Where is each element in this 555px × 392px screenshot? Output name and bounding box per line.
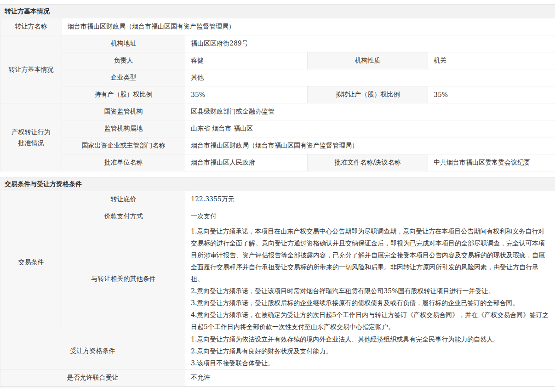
approval-group-label: 产权转让行为 批准情况 <box>0 103 62 171</box>
principal-value: 蒋健 <box>185 52 308 69</box>
table-row: 价款支付方式 一次支付 <box>0 208 555 225</box>
qualification-label: 受让方资格条件 <box>0 333 185 369</box>
transferor-name-value: 烟台市福山区财政局（烟台市福山区国有资产监督管理局） <box>62 18 555 35</box>
table-row: 转让方基本情况 机构地址 福山区区府街289号 <box>0 35 555 52</box>
approval-unit-value: 烟台市福山区人民政府 <box>185 154 308 171</box>
condition-paragraph: 4.意向受让方须承诺，在被确定为受让方的次日起5个工作日内与转让方签订《产权交易… <box>191 309 549 333</box>
property-transfer-document: 转让方基本情况 转让方名称 烟台市福山区财政局（烟台市福山区国有资产监督管理局）… <box>0 0 555 392</box>
next-row-value-cell <box>80 387 555 388</box>
state-enterprise-label: 国家出资企业或主管部门名称 <box>62 137 185 154</box>
section-title: 转让方基本情况 <box>5 7 50 15</box>
table-row: 国家出资企业或主管部门名称 烟台市福山区财政局（烟台市福山区国有资产监督管理局） <box>0 137 555 154</box>
joint-transfer-value: 不允许 <box>185 369 555 386</box>
floor-price-value: 122.3355万元 <box>185 191 555 208</box>
regulator-value: 区县级财政部门或金融办监管 <box>185 103 555 120</box>
table-row: 负责人 蒋健 机构性质 机关 <box>0 52 555 69</box>
org-nature-value: 机关 <box>428 52 555 69</box>
enterprise-type-label: 企业类型 <box>62 69 185 86</box>
address-value: 福山区区府街289号 <box>185 35 555 52</box>
table-row: 企业类型 其他 <box>0 69 555 86</box>
condition-paragraph: 3.意向受让方须承诺，受让股权后标的企业继续承接原有的债权债务及或有负债，履行标… <box>191 297 549 309</box>
regulator-location-value: 山东省 烟台市 福山区 <box>185 120 555 137</box>
regulator-location-label: 监管机构属地 <box>62 120 185 137</box>
table-row: 转让方名称 烟台市福山区财政局（烟台市福山区国有资产监督管理局） <box>0 18 555 35</box>
table-row: 受让方资格条件 1.意向受让方须为依法设立并有效存续的境内外企业法人、其他经济组… <box>0 333 555 369</box>
qualification-paragraph: 3.该项目不接受联合体受让。 <box>191 357 549 369</box>
approval-doc-label: 批准文件名称/决议名称 <box>308 154 428 171</box>
transferor-table: 转让方名称 烟台市福山区财政局（烟台市福山区国有资产监督管理局） 转让方基本情况… <box>0 18 555 171</box>
section-header-transferor: 转让方基本情况 <box>0 4 555 18</box>
next-row-label-cell <box>0 387 80 388</box>
table-row: 是否允许联合受让 不允许 <box>0 369 555 386</box>
table-row: 持有产（股）权比例 35% 拟转让产（股）权比例 35% <box>0 86 555 103</box>
address-label: 机构地址 <box>62 35 185 52</box>
held-ratio-value: 35% <box>185 86 308 103</box>
conditions-table: 交易条件 转让底价 122.3355万元 价款支付方式 一次支付 与转让相关的其… <box>0 191 555 386</box>
other-conditions-label: 与转让相关的其他条件 <box>62 225 185 333</box>
qualification-paragraph: 2.意向受让方须具有良好的财务状况及支付能力。 <box>191 345 549 357</box>
qualification-value: 1.意向受让方须为依法设立并有效存续的境内外企业法人、其他经济组织或具有完全民事… <box>185 333 555 369</box>
transfer-ratio-value: 35% <box>428 86 555 103</box>
qualification-paragraph: 1.意向受让方须为依法设立并有效存续的境内外企业法人、其他经济组织或具有完全民事… <box>191 333 549 345</box>
payment-method-value: 一次支付 <box>185 208 555 225</box>
approval-doc-value: 中共烟台市福山区委常委会议纪要 <box>428 154 555 171</box>
org-nature-label: 机构性质 <box>308 52 428 69</box>
table-row: 与转让相关的其他条件 1.意向受让方须承诺，本项目在山东产权交易中心公告期即为尽… <box>0 225 555 333</box>
state-enterprise-value: 烟台市福山区财政局（烟台市福山区国有资产监督管理局） <box>185 137 555 154</box>
table-row: 批准单位名称 烟台市福山区人民政府 批准文件名称/决议名称 中共烟台市福山区委常… <box>0 154 555 171</box>
joint-transfer-label: 是否允许联合受让 <box>0 369 185 386</box>
section-header-conditions: 交易条件与受让方资格条件 <box>0 177 555 191</box>
next-row-sliver <box>0 386 555 388</box>
transfer-ratio-label: 拟转让产（股）权比例 <box>308 86 428 103</box>
floor-price-label: 转让底价 <box>62 191 185 208</box>
condition-paragraph: 2.意向受让方须承诺，受让该项目时需对烟台祥瑞汽车租赁有限公司35%国有股权转让… <box>191 285 549 297</box>
conditions-group-label: 交易条件 <box>0 191 62 333</box>
payment-method-label: 价款支付方式 <box>62 208 185 225</box>
regulator-label: 国资监管机构 <box>62 103 185 120</box>
basic-info-group-label: 转让方基本情况 <box>0 35 62 103</box>
enterprise-type-value: 其他 <box>185 69 555 86</box>
transferor-name-label: 转让方名称 <box>0 18 62 35</box>
held-ratio-label: 持有产（股）权比例 <box>62 86 185 103</box>
table-row: 产权转让行为 批准情况 国资监管机构 区县级财政部门或金融办监管 <box>0 103 555 120</box>
table-row: 监管机构属地 山东省 烟台市 福山区 <box>0 120 555 137</box>
other-conditions-value: 1.意向受让方须承诺，本项目在山东产权交易中心公告期即为尽职调查期，意向受让方在… <box>185 225 555 333</box>
section-gap <box>0 171 555 177</box>
approval-unit-label: 批准单位名称 <box>62 154 185 171</box>
section-title: 交易条件与受让方资格条件 <box>5 180 82 187</box>
principal-label: 负责人 <box>62 52 185 69</box>
condition-paragraph: 1.意向受让方须承诺，本项目在山东产权交易中心公告期即为尽职调查期，意向受让方在… <box>191 225 549 285</box>
table-row: 交易条件 转让底价 122.3355万元 <box>0 191 555 208</box>
